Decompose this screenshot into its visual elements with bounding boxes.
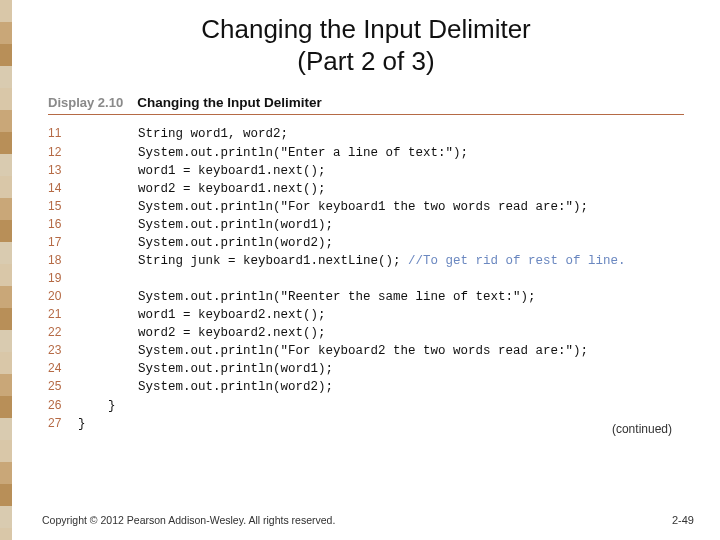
- title-line-2: (Part 2 of 3): [12, 46, 720, 78]
- code-line: 25 System.out.println(word2);: [48, 378, 684, 396]
- line-number: 16: [48, 216, 78, 233]
- code-line: 19: [48, 270, 684, 287]
- code-text: System.out.println(word2);: [78, 234, 333, 252]
- code-block: 11 String word1, word2;12 System.out.pri…: [48, 125, 684, 432]
- line-number: 12: [48, 144, 78, 161]
- line-number: 22: [48, 324, 78, 341]
- display-header: Display 2.10 Changing the Input Delimite…: [48, 95, 684, 115]
- line-number: 20: [48, 288, 78, 305]
- code-line: 27}: [48, 415, 684, 433]
- code-line: 21 word1 = keyboard2.next();: [48, 306, 684, 324]
- code-text: System.out.println("For keyboard1 the tw…: [78, 198, 588, 216]
- line-number: 23: [48, 342, 78, 359]
- code-line: 12 System.out.println("Enter a line of t…: [48, 144, 684, 162]
- line-number: 27: [48, 415, 78, 432]
- line-number: 26: [48, 397, 78, 414]
- line-number: 25: [48, 378, 78, 395]
- code-text: System.out.println(word2);: [78, 378, 333, 396]
- code-line: 15 System.out.println("For keyboard1 the…: [48, 198, 684, 216]
- code-text: word1 = keyboard2.next();: [78, 306, 326, 324]
- decorative-stripe: [0, 0, 12, 540]
- continued-label: (continued): [612, 422, 672, 436]
- code-text: }: [78, 415, 86, 433]
- code-text: System.out.println("Reenter the same lin…: [78, 288, 536, 306]
- code-line: 24 System.out.println(word1);: [48, 360, 684, 378]
- code-line: 13 word1 = keyboard1.next();: [48, 162, 684, 180]
- code-line: 18 String junk = keyboard1.nextLine(); /…: [48, 252, 684, 270]
- code-line: 22 word2 = keyboard2.next();: [48, 324, 684, 342]
- code-text: }: [78, 397, 116, 415]
- line-number: 14: [48, 180, 78, 197]
- code-line: 23 System.out.println("For keyboard2 the…: [48, 342, 684, 360]
- code-text: word2 = keyboard1.next();: [78, 180, 326, 198]
- line-number: 13: [48, 162, 78, 179]
- code-text: System.out.println("Enter a line of text…: [78, 144, 468, 162]
- slide-content: Changing the Input Delimiter (Part 2 of …: [12, 0, 720, 540]
- code-line: 16 System.out.println(word1);: [48, 216, 684, 234]
- code-line: 17 System.out.println(word2);: [48, 234, 684, 252]
- code-comment: //To get rid of rest of line.: [408, 252, 626, 270]
- line-number: 19: [48, 270, 78, 287]
- line-number: 15: [48, 198, 78, 215]
- display-number: Display 2.10: [48, 95, 123, 110]
- code-text: word2 = keyboard2.next();: [78, 324, 326, 342]
- line-number: 21: [48, 306, 78, 323]
- line-number: 18: [48, 252, 78, 269]
- line-number: 17: [48, 234, 78, 251]
- title-line-1: Changing the Input Delimiter: [12, 14, 720, 46]
- code-line: 14 word2 = keyboard1.next();: [48, 180, 684, 198]
- line-number: 11: [48, 125, 78, 142]
- code-text: System.out.println(word1);: [78, 216, 333, 234]
- code-text: String word1, word2;: [78, 125, 288, 143]
- title-block: Changing the Input Delimiter (Part 2 of …: [12, 0, 720, 87]
- code-line: 11 String word1, word2;: [48, 125, 684, 143]
- code-text: String junk = keyboard1.nextLine();: [78, 252, 408, 270]
- code-line: 20 System.out.println("Reenter the same …: [48, 288, 684, 306]
- code-line: 26 }: [48, 397, 684, 415]
- code-text: System.out.println(word1);: [78, 360, 333, 378]
- page-number: 2-49: [672, 514, 694, 526]
- copyright-footer: Copyright © 2012 Pearson Addison-Wesley.…: [42, 514, 335, 526]
- display-caption: Changing the Input Delimiter: [137, 95, 322, 110]
- code-text: System.out.println("For keyboard2 the tw…: [78, 342, 588, 360]
- line-number: 24: [48, 360, 78, 377]
- code-text: word1 = keyboard1.next();: [78, 162, 326, 180]
